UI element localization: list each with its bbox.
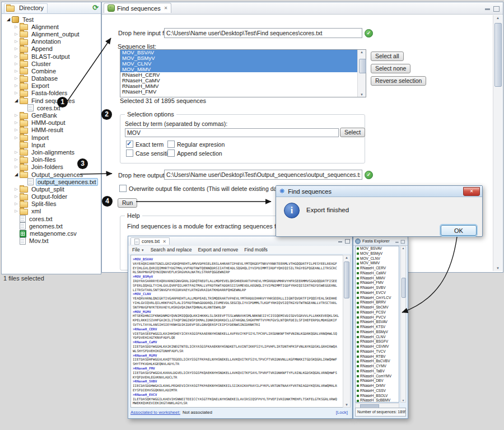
fasta-list-item[interactable]: RNaseH_BSMyV — [356, 330, 399, 335]
scrollbar-thumb[interactable] — [359, 59, 366, 73]
expander-icon[interactable]: ▷ — [13, 75, 20, 82]
append-selection-checkbox[interactable]: Append selection — [167, 149, 222, 157]
overwrite-checkbox[interactable]: Overwrite output file contents (This wil… — [119, 185, 284, 192]
maximize-icon[interactable] — [401, 240, 405, 244]
expander-icon[interactable]: ▷ — [13, 163, 20, 170]
fasta-list-item[interactable]: RNaseH_KTSV — [356, 325, 399, 330]
expander-icon[interactable]: ▷ — [13, 53, 20, 60]
checkbox-icon[interactable] — [126, 141, 133, 148]
expander-icon[interactable]: ◢ — [5, 16, 12, 23]
refresh-icon[interactable]: ⟳ — [92, 4, 99, 11]
run-button[interactable]: Run — [118, 198, 137, 208]
fasta-list-item[interactable]: RNaseH_FMV — [356, 281, 399, 286]
fasta-list-item[interactable]: RNaseH_CERV — [356, 266, 399, 271]
fasta-list-item[interactable]: MOV_BSVAV — [356, 246, 399, 251]
select-button[interactable]: Select — [340, 128, 365, 137]
regular-expresion-checkbox[interactable]: Regular expresion — [167, 141, 225, 148]
cores-scrollbar[interactable]: ▲ ▼ — [343, 255, 351, 408]
expander-icon[interactable]: ▷ — [13, 31, 20, 38]
list-item[interactable]: MOV_BSMyV — [120, 55, 358, 61]
expander-icon[interactable]: ▷ — [13, 156, 20, 163]
expander-icon[interactable]: ▷ — [13, 208, 20, 214]
scroll-down-icon[interactable]: ▼ — [358, 93, 366, 96]
lock-link[interactable]: [Lock] — [336, 410, 348, 415]
fasta-list-item[interactable]: RNaseH_TaBV — [356, 369, 399, 374]
list-item[interactable]: RNaseH_FMV — [120, 89, 358, 95]
fasta-list-item[interactable]: RNaseH_DBV — [356, 378, 399, 384]
expander-icon[interactable]: ▷ — [13, 149, 20, 156]
tab-cores-txt[interactable]: cores.txt ✕ — [130, 237, 170, 245]
tree-item[interactable]: ◢Test — [2, 16, 101, 23]
fasta-list-item[interactable]: RNaseH_ScBBMV — [356, 398, 399, 403]
tree-item[interactable]: ▷Output-folder — [2, 193, 101, 200]
scrollbar-thumb[interactable] — [402, 278, 406, 298]
scrollbar-thumb[interactable] — [344, 261, 349, 298]
input-file-field[interactable] — [164, 28, 362, 38]
ok-button[interactable]: OK — [441, 225, 477, 236]
fasta-sequence-list[interactable]: MOV_BSVAVMOV_BSMyVMOV_CLNVMOV_MiMVRNaseH… — [355, 246, 399, 403]
editor-scrollbar[interactable]: ▲ ▼ — [493, 15, 502, 271]
scroll-up-icon[interactable]: ▲ — [493, 16, 502, 20]
expander-icon[interactable]: ▷ — [13, 193, 20, 200]
checkbox-icon[interactable] — [167, 149, 175, 157]
minimize-icon[interactable] — [395, 242, 399, 243]
minimize-icon[interactable] — [338, 241, 342, 242]
fasta-list-item[interactable]: MOV_CLNV — [356, 256, 399, 261]
tree-item[interactable]: metagenome.csv — [2, 230, 101, 237]
fasta-list-item[interactable]: RNaseH_CYMV — [356, 364, 399, 369]
tree-item[interactable]: ▷Fasta-folders — [2, 90, 101, 97]
tab-find-sequences[interactable]: Find sequences ✕ — [104, 3, 171, 13]
checkbox-icon[interactable] — [126, 149, 133, 157]
fasta-list-item[interactable]: RNaseH_TVCV — [356, 349, 399, 354]
checkbox-icon[interactable] — [119, 185, 127, 192]
fasta-list-item[interactable]: MOV_BSMyV — [356, 251, 399, 256]
close-icon[interactable]: ✕ — [161, 239, 166, 244]
fasta-explorer-title-bar[interactable]: − Fasta Explorer — [353, 237, 408, 246]
menu-find-motifs[interactable]: Find motifs — [244, 247, 268, 253]
sequence-list-scrollbar[interactable]: ▲ ▼ — [357, 50, 366, 97]
scroll-up-icon[interactable]: ▲ — [343, 256, 350, 259]
fasta-list-item[interactable]: RNaseH_SbCMV — [356, 305, 399, 310]
term-input[interactable] — [125, 128, 339, 137]
fasta-scrollbar[interactable]: ▲ ▼ — [400, 246, 406, 403]
associated-worksheet-link[interactable]: Associated to worksheet: — [130, 410, 180, 415]
tree-item[interactable]: ▷GenBank — [2, 111, 101, 119]
tree-item[interactable]: ▷Alignment — [2, 23, 101, 30]
expander-icon[interactable]: ▷ — [13, 68, 20, 74]
expander-icon[interactable]: ▷ — [13, 112, 20, 119]
expander-icon[interactable]: ▷ — [13, 127, 20, 133]
scroll-up-icon[interactable]: ▲ — [358, 50, 366, 54]
tab-directory[interactable]: Directory — [4, 3, 48, 13]
close-icon[interactable]: ✕ — [163, 6, 168, 11]
expander-icon[interactable]: ▷ — [13, 82, 20, 89]
tree-item[interactable]: ▷Append — [2, 45, 101, 53]
fasta-list-item[interactable]: MOV_MiMV — [356, 261, 399, 266]
menu-export-and-remove[interactable]: Export and remove — [198, 247, 238, 253]
fasta-list-item[interactable]: RNaseH_BsCVBV — [356, 359, 399, 364]
expander-icon[interactable]: ▷ — [13, 200, 20, 207]
scroll-up-icon[interactable]: ▲ — [401, 246, 405, 250]
tree-item[interactable]: genomes.txt — [2, 222, 101, 230]
expander-icon[interactable]: ▷ — [13, 24, 20, 30]
fasta-list-item[interactable]: RNaseH_EVCV — [356, 291, 399, 296]
fasta-list-item[interactable]: RNaseH_BSGFV — [356, 339, 399, 344]
tree-item[interactable]: cores.txt — [2, 215, 101, 222]
list-item[interactable]: MOV_BSVAV — [120, 50, 358, 55]
tree-item[interactable]: ▷Combine — [2, 67, 101, 74]
case-sensitive-checkbox[interactable]: Case sensitive — [126, 149, 174, 157]
maximize-icon[interactable] — [345, 239, 350, 244]
tree-item[interactable]: Mov.txt — [2, 237, 101, 245]
scroll-down-icon[interactable]: ▼ — [401, 399, 405, 402]
minimize-icon[interactable] — [485, 8, 490, 10]
expander-icon[interactable]: ▷ — [13, 119, 20, 126]
fasta-list-item[interactable]: RNaseH_BRRV — [356, 300, 399, 305]
fasta-list-item[interactable]: RNaseH_PVCV — [356, 315, 399, 320]
fasta-list-item[interactable]: RNaseH_DrMV — [356, 384, 399, 389]
tree-item[interactable]: ▷Split-files — [2, 200, 101, 208]
expander-icon[interactable]: ▷ — [13, 38, 20, 45]
expander-icon[interactable]: ▷ — [13, 134, 20, 141]
reverse-selection-button[interactable]: Reverse selection — [371, 76, 426, 86]
fasta-list-item[interactable]: RNaseH_CaMV — [356, 271, 399, 276]
fasta-list-item[interactable]: RNaseH_CSSV — [356, 389, 399, 394]
tree-item[interactable]: ▷Alignment_output — [2, 30, 101, 38]
